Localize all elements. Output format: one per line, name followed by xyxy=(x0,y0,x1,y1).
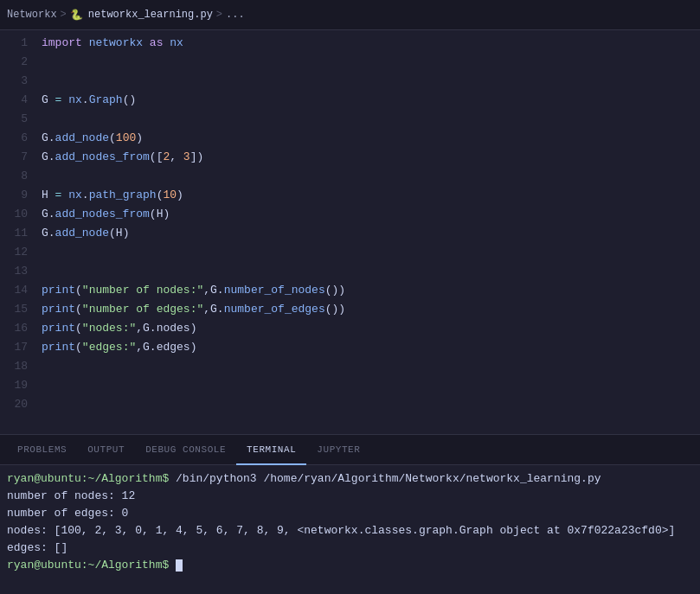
breadcrumb-sep1: > xyxy=(61,9,67,21)
breadcrumb-folder: Networkx xyxy=(7,9,57,21)
line-content xyxy=(42,376,700,395)
token-num: 10 xyxy=(163,188,177,201)
line-number: 4 xyxy=(0,91,42,110)
token-plain xyxy=(143,36,150,49)
token-plain: ()) xyxy=(325,284,345,297)
token-plain: ( xyxy=(75,341,82,354)
line-number: 3 xyxy=(0,72,42,91)
token-num: 3 xyxy=(183,150,190,163)
terminal-output-line: edges: [] xyxy=(7,540,693,557)
line-content xyxy=(42,262,700,281)
token-mod: nx xyxy=(68,188,82,201)
line-number: 7 xyxy=(0,148,42,167)
panel-tab-terminal[interactable]: TERMINAL xyxy=(236,435,306,465)
token-mod: nx xyxy=(170,36,183,49)
line-number: 5 xyxy=(0,110,42,129)
token-plain: H xyxy=(42,188,55,201)
breadcrumb: Networkx > 🐍 networkx_learning.py > ... xyxy=(7,9,245,22)
code-line: 19 xyxy=(0,376,700,395)
token-plain: ( xyxy=(75,284,82,297)
token-plain: ( xyxy=(109,131,116,144)
code-line: 9H = nx.path_graph(10) xyxy=(0,186,700,205)
code-line: 15print("number of edges:",G.number_of_e… xyxy=(0,300,700,319)
token-fn: print xyxy=(42,322,75,335)
code-line: 10G.add_nodes_from(H) xyxy=(0,205,700,224)
token-plain: G xyxy=(42,93,55,106)
terminal-output-line: number of nodes: 12 xyxy=(7,488,693,505)
token-plain: (H) xyxy=(109,227,129,240)
line-content: H = nx.path_graph(10) xyxy=(42,186,700,205)
token-plain: ) xyxy=(136,131,143,144)
line-content: G.add_node(100) xyxy=(42,129,700,148)
token-fn: add_node xyxy=(55,227,109,240)
token-plain: ()) xyxy=(325,303,345,316)
line-content xyxy=(42,110,700,129)
line-content xyxy=(42,72,700,91)
line-number: 14 xyxy=(0,281,42,300)
token-num: 100 xyxy=(116,131,136,144)
terminal-command: /bin/python3 /home/ryan/Algorithm/Networ… xyxy=(169,472,600,485)
token-fn: add_nodes_from xyxy=(55,208,150,220)
token-plain: G. xyxy=(42,227,55,240)
line-number: 1 xyxy=(0,34,42,53)
code-container[interactable]: 1import networkx as nx2 3 4G = nx.Graph(… xyxy=(0,30,700,434)
line-content: print("number of nodes:",G.number_of_nod… xyxy=(42,281,700,300)
line-number: 9 xyxy=(0,186,42,205)
token-fn: number_of_edges xyxy=(224,303,325,316)
token-plain: G. xyxy=(42,208,55,220)
code-line: 1import networkx as nx xyxy=(0,34,700,53)
panel-tab-output[interactable]: OUTPUT xyxy=(77,435,135,465)
breadcrumb-more: ... xyxy=(226,9,245,21)
token-mod: nx xyxy=(68,93,82,106)
terminal-line: ryan@ubuntu:~/Algorithm$ /bin/python3 /h… xyxy=(7,470,693,488)
code-line: 13 xyxy=(0,262,700,281)
token-fn: add_nodes_from xyxy=(55,150,150,163)
code-line: 6G.add_node(100) xyxy=(0,129,700,148)
line-content: print("nodes:",G.nodes) xyxy=(42,319,700,338)
breadcrumb-file: networkx_learning.py xyxy=(88,9,213,21)
token-str: "nodes:" xyxy=(82,322,136,335)
code-line: 16print("nodes:",G.nodes) xyxy=(0,319,700,338)
line-content: G.add_node(H) xyxy=(42,224,700,243)
panel-tab-debug[interactable]: DEBUG CONSOLE xyxy=(135,435,236,465)
token-plain: G. xyxy=(42,150,55,163)
token-plain: ,G.edges) xyxy=(136,341,196,354)
panel-tab-jupyter[interactable]: JUPYTER xyxy=(306,435,370,465)
line-number: 17 xyxy=(0,338,42,357)
token-plain: , xyxy=(170,150,183,163)
token-plain: ) xyxy=(177,188,183,201)
token-plain: ( xyxy=(75,303,82,316)
token-plain: (H) xyxy=(150,208,170,220)
token-plain: . xyxy=(82,93,89,106)
line-number: 8 xyxy=(0,167,42,186)
token-plain: G. xyxy=(42,131,55,144)
panel-tab-problems[interactable]: PROBLEMS xyxy=(7,435,77,465)
terminal-line: ryan@ubuntu:~/Algorithm$ xyxy=(7,557,693,574)
code-line: 7G.add_nodes_from([2, 3]) xyxy=(0,148,700,167)
terminal-area[interactable]: ryan@ubuntu:~/Algorithm$ /bin/python3 /h… xyxy=(0,465,700,594)
token-plain: ([ xyxy=(150,150,164,163)
line-number: 10 xyxy=(0,205,42,224)
token-kw: import xyxy=(42,36,82,49)
line-number: 18 xyxy=(0,357,42,376)
code-line: 18 xyxy=(0,357,700,376)
line-number: 20 xyxy=(0,395,42,414)
code-line: 20 xyxy=(0,395,700,414)
terminal-output-line: number of edges: 0 xyxy=(7,505,693,522)
token-plain: ,G. xyxy=(203,284,223,297)
token-plain: . xyxy=(82,188,89,201)
line-content xyxy=(42,243,700,262)
token-fn: path_graph xyxy=(89,188,157,201)
line-content xyxy=(42,53,700,72)
token-str: "number of nodes:" xyxy=(82,284,203,297)
line-number: 15 xyxy=(0,300,42,319)
terminal-cursor xyxy=(176,559,183,572)
code-line: 5 xyxy=(0,110,700,129)
token-kw: as xyxy=(150,36,164,49)
token-mod: networkx xyxy=(89,36,143,49)
code-line: 14print("number of nodes:",G.number_of_n… xyxy=(0,281,700,300)
line-content: G = nx.Graph() xyxy=(42,91,700,110)
token-fn: add_node xyxy=(55,131,109,144)
editor-area: 1import networkx as nx2 3 4G = nx.Graph(… xyxy=(0,30,700,434)
python-file-icon: 🐍 xyxy=(70,9,83,22)
